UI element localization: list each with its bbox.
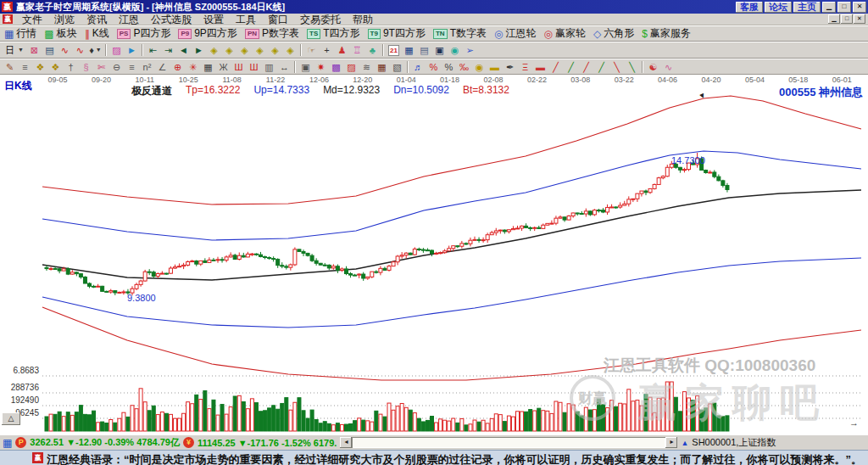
red-fence-2-tool[interactable]: Ш: [247, 60, 261, 74]
homepage-button[interactable]: 主页: [793, 2, 821, 13]
ribbon-icon[interactable]: ♖: [350, 43, 364, 57]
memo-icon[interactable]: ▤: [417, 43, 431, 57]
last-page-icon[interactable]: ⇥: [161, 43, 175, 57]
publish-icon[interactable]: ➢: [463, 43, 477, 57]
scroll-right-hint-icon[interactable]: →: [849, 417, 859, 428]
menu-item-5[interactable]: 设置: [198, 14, 230, 25]
compass-tool[interactable]: ∠: [155, 60, 170, 74]
restore-button[interactable]: □: [837, 2, 851, 13]
customer-service-button[interactable]: 客服: [736, 2, 763, 13]
quote-grid-icon[interactable]: ▦: [3, 437, 12, 449]
p-square-button[interactable]: PSP四方形: [115, 26, 173, 41]
span-arrows-tool[interactable]: ↔: [277, 60, 292, 74]
calendar-icon[interactable]: 21: [387, 43, 401, 57]
wave-tool[interactable]: ∿: [661, 60, 676, 74]
clover-icon[interactable]: ♣: [365, 43, 380, 57]
spiral-tool[interactable]: §: [79, 60, 93, 74]
tower-yellow-2-tool[interactable]: ❖: [48, 60, 63, 74]
gann-diamond-3-icon[interactable]: ◈: [237, 43, 252, 57]
kline-button[interactable]: ∥K线: [83, 26, 111, 41]
gold-coin-tool[interactable]: ◉: [472, 60, 487, 74]
t9-square-button[interactable]: T99T四方形: [366, 26, 427, 41]
scrollbar-left-icon[interactable]: ◂: [340, 437, 352, 448]
t-number-button[interactable]: TNT数字表: [431, 26, 488, 41]
flag-pole-tool[interactable]: †: [64, 60, 78, 74]
percent-tool[interactable]: %: [442, 60, 456, 74]
horizontal-scrollbar[interactable]: ◂ ▸: [340, 437, 677, 448]
kline-chart-area[interactable]: 日K线 09-0509-2010-1110-2511-0811-2212-061…: [0, 75, 868, 434]
red-rail-tool[interactable]: Ξ: [518, 60, 532, 74]
winner-service-button[interactable]: $赢家服务: [640, 26, 693, 41]
scale-small-icon[interactable]: ∿: [58, 43, 72, 57]
gold-bar-tool[interactable]: ▬: [487, 60, 502, 74]
gann-diamond-2-icon[interactable]: ◈: [222, 43, 236, 57]
forum-button[interactable]: 论坛: [765, 2, 792, 13]
mdi-close-button[interactable]: ✕: [854, 14, 865, 24]
expand-volume-button[interactable]: △: [2, 412, 20, 425]
ray-star-tool[interactable]: ✳: [186, 60, 200, 74]
candle-width-button[interactable]: ♦▼: [88, 43, 103, 57]
play-flag-icon[interactable]: ►: [125, 43, 139, 57]
tower-yellow-1-tool[interactable]: ❖: [33, 60, 47, 74]
drag-hand-icon[interactable]: ☞: [304, 43, 319, 57]
menu-item-2[interactable]: 资讯: [81, 14, 113, 25]
pin-box-tool[interactable]: ▣: [298, 60, 313, 74]
piano-ruler-tool[interactable]: ♬: [411, 60, 426, 74]
p-number-button[interactable]: PNP数字表: [243, 26, 301, 41]
winner-wheel-button[interactable]: ◎赢家轮: [542, 26, 587, 41]
hatch-lines-tool[interactable]: ▧: [390, 60, 404, 74]
angle-up-3-tool[interactable]: ╱: [579, 60, 593, 74]
gann-diamond-6-icon[interactable]: ◈: [283, 43, 298, 57]
gann-diamond-5-icon[interactable]: ◈: [268, 43, 282, 57]
dark-book-tool[interactable]: ▦: [375, 60, 389, 74]
angle-up-2-tool[interactable]: ╱: [564, 60, 578, 74]
k-wave-tool[interactable]: Ж: [216, 60, 231, 74]
circle-minus-tool[interactable]: ⊖: [109, 60, 124, 74]
first-page-icon[interactable]: ⇤: [146, 43, 160, 57]
menu-item-8[interactable]: 交易委托: [294, 14, 347, 25]
menu-item-0[interactable]: 文件: [16, 14, 48, 25]
purple-grid-tool[interactable]: ▩: [329, 60, 343, 74]
web-data-icon[interactable]: ◉: [448, 43, 462, 57]
angle-down-1-tool[interactable]: ╲: [609, 60, 624, 74]
menu-item-7[interactable]: 窗口: [262, 14, 294, 25]
mdi-minimize-button[interactable]: ▁: [828, 14, 840, 24]
prev-bar-icon[interactable]: ◄: [176, 43, 191, 57]
bird-marker-tool[interactable]: ✄: [94, 60, 108, 74]
scrollbar-track[interactable]: [352, 437, 665, 448]
mdi-restore-button[interactable]: □: [841, 14, 853, 24]
info-board-icon[interactable]: ▤: [42, 43, 57, 57]
permille-tool[interactable]: ‰: [457, 60, 471, 74]
taiji-tool[interactable]: ☯: [646, 60, 660, 74]
sectors-button[interactable]: ▩板块: [42, 26, 78, 41]
gold-red-bar-tool[interactable]: ▬: [533, 60, 548, 74]
period-day-button[interactable]: 日▼: [3, 43, 26, 57]
angle-up-1-tool[interactable]: ╱: [548, 60, 563, 74]
red-rays-tool[interactable]: ✷: [314, 60, 328, 74]
gann-target-tool[interactable]: ⊕: [170, 60, 185, 74]
menu-item-6[interactable]: 工具: [230, 14, 262, 25]
crosshair-icon[interactable]: +: [320, 43, 334, 57]
angle-down-2-tool[interactable]: ╲: [625, 60, 639, 74]
quotes-button[interactable]: ▦行情: [3, 26, 38, 41]
scrollbar-right-icon[interactable]: ▸: [665, 437, 677, 448]
menu-item-9[interactable]: 帮助: [347, 14, 379, 25]
next-bar-icon[interactable]: ►: [192, 43, 206, 57]
red-fence-1-tool[interactable]: Ш: [231, 60, 246, 74]
menu-item-4[interactable]: 公式选股: [145, 14, 198, 25]
minimize-button[interactable]: ▁: [822, 2, 836, 13]
angle-up-4-tool[interactable]: ╱: [594, 60, 609, 74]
red-zone-tool[interactable]: ▨: [344, 60, 359, 74]
gann-diamond-1-icon[interactable]: ◈: [207, 43, 221, 57]
blocks-icon[interactable]: ▨: [109, 43, 124, 57]
save-icon[interactable]: ▣: [432, 43, 447, 57]
menu-item-1[interactable]: 浏览: [48, 14, 81, 25]
gann-wheel-button[interactable]: ◎江恩轮: [492, 26, 537, 41]
shade-grid-tool[interactable]: ▦: [201, 60, 215, 74]
comb-tool[interactable]: ≡: [125, 60, 139, 74]
gann-diamond-4-icon[interactable]: ◈: [253, 43, 267, 57]
hexagon-button[interactable]: ◇六角形: [592, 26, 636, 41]
calculator-icon[interactable]: ▦: [402, 43, 416, 57]
t-square-button[interactable]: TST四方形: [305, 26, 362, 41]
figure-mark-icon[interactable]: ♟: [335, 43, 349, 57]
